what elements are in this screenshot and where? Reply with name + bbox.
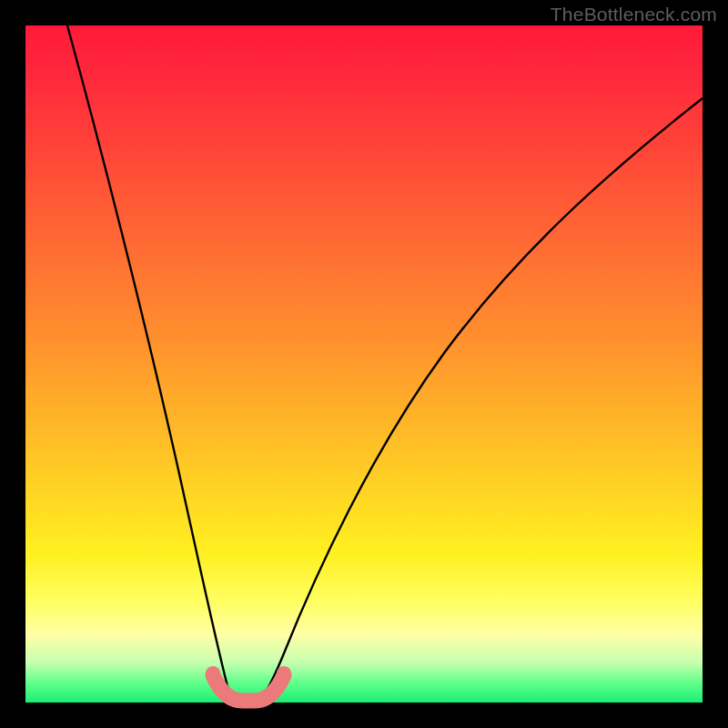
right-curve [258, 98, 703, 701]
pink-dot-left [206, 666, 220, 681]
pink-dot-right [277, 666, 291, 681]
watermark-text: TheBottleneck.com [551, 4, 717, 25]
chart-frame: TheBottleneck.com [0, 0, 728, 728]
left-curve [67, 25, 237, 701]
chart-svg [25, 25, 703, 703]
